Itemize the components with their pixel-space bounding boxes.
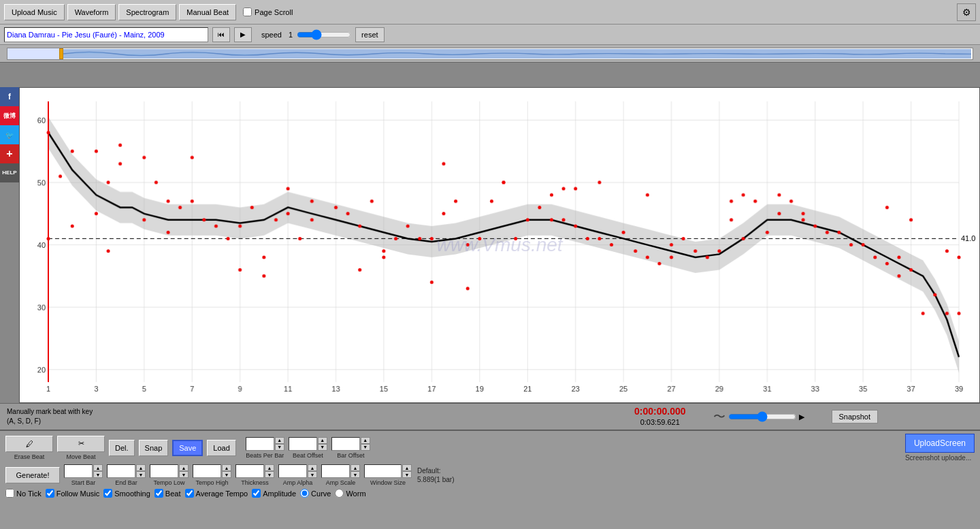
manual-beat-button[interactable]: Manual Beat <box>179 4 236 20</box>
smoothing-checkbox-label[interactable]: Smoothing <box>103 489 150 498</box>
settings-button[interactable]: ⚙ <box>957 3 976 21</box>
tempo-low-arrows[interactable]: ▲ ▼ <box>179 464 189 478</box>
play-button[interactable]: ▶ <box>234 27 252 42</box>
amp-scale-input[interactable]: 2 <box>321 464 350 478</box>
facebook-button[interactable]: f <box>0 87 19 106</box>
wave-control: 〜 ▶ <box>713 408 804 425</box>
del-button[interactable]: Del. <box>109 440 135 456</box>
average-tempo-checkbox-label[interactable]: Average Tempo <box>185 489 248 498</box>
twitter-button[interactable]: 🐦 <box>0 125 19 144</box>
tempo-low-down[interactable]: ▼ <box>179 471 189 478</box>
beat-offset-arrows[interactable]: ▲ ▼ <box>318 437 327 451</box>
amp-alpha-input[interactable]: 20 <box>278 464 307 478</box>
upload-music-button[interactable]: Upload Music <box>4 4 65 20</box>
end-bar-down[interactable]: ▼ <box>136 471 146 478</box>
end-bar-up[interactable]: ▲ <box>136 464 146 471</box>
snapshot-button[interactable]: Snapshot <box>832 410 878 423</box>
window-size-input[interactable]: 5.8887 <box>364 464 402 478</box>
amp-alpha-up[interactable]: ▲ <box>308 464 317 471</box>
reset-button[interactable]: reset <box>355 27 384 42</box>
tempo-low-up[interactable]: ▲ <box>179 464 189 471</box>
no-tick-checkbox-label[interactable]: No Tick <box>5 489 42 498</box>
average-tempo-checkbox[interactable] <box>185 489 194 498</box>
page-scroll-checkbox[interactable] <box>243 7 252 16</box>
waveform-overview <box>0 45 980 63</box>
waveform-track[interactable] <box>7 48 973 60</box>
bar-offset-up[interactable]: ▲ <box>361 437 370 444</box>
beats-per-bar-down[interactable]: ▼ <box>275 444 284 451</box>
wave-slider[interactable] <box>728 411 796 422</box>
worm-radio[interactable] <box>335 489 344 498</box>
waveform-progress <box>7 48 62 59</box>
beats-per-bar-arrows[interactable]: ▲ ▼ <box>275 437 284 451</box>
file-name-input[interactable] <box>4 27 208 42</box>
amp-scale-up[interactable]: ▲ <box>350 464 360 471</box>
speed-slider[interactable] <box>297 29 351 40</box>
amplitude-checkbox[interactable] <box>252 489 261 498</box>
end-bar-input[interactable]: 39 <box>107 464 135 478</box>
waveform-button[interactable]: Waveform <box>67 4 116 20</box>
start-bar-up[interactable]: ▲ <box>93 464 103 471</box>
smoothing-checkbox[interactable] <box>103 489 112 498</box>
amp-scale-arrows[interactable]: ▲ ▼ <box>350 464 360 478</box>
tempo-high-label: Tempo High <box>195 479 228 486</box>
erase-beat-button[interactable]: 🖊 <box>5 436 53 452</box>
amp-alpha-arrows[interactable]: ▲ ▼ <box>308 464 317 478</box>
end-bar-arrows[interactable]: ▲ ▼ <box>136 464 146 478</box>
window-size-up[interactable]: ▲ <box>402 464 412 471</box>
window-size-down[interactable]: ▼ <box>402 471 412 478</box>
no-tick-checkbox[interactable] <box>5 489 14 498</box>
beat-offset-up[interactable]: ▲ <box>318 437 327 444</box>
upload-screen-button[interactable]: UploadScreen <box>905 434 975 453</box>
spectrogram-button[interactable]: Spectrogram <box>118 4 176 20</box>
weibo-button[interactable]: 微博 <box>0 106 19 125</box>
amplitude-checkbox-label[interactable]: Amplitude <box>252 489 296 498</box>
tempo-high-input[interactable]: 60 <box>193 464 221 478</box>
tempo-high-up[interactable]: ▲ <box>222 464 231 471</box>
beats-per-bar-up[interactable]: ▲ <box>275 437 284 444</box>
bar-offset-down[interactable]: ▼ <box>361 444 370 451</box>
beat-label: Beat <box>165 490 181 498</box>
curve-radio[interactable] <box>300 489 309 498</box>
start-bar-input[interactable]: 1 <box>64 464 93 478</box>
tempo-high-arrows[interactable]: ▲ ▼ <box>222 464 231 478</box>
tempo-low-input[interactable]: 20 <box>150 464 178 478</box>
follow-music-label: Follow Music <box>56 490 100 498</box>
bar-offset-arrows[interactable]: ▲ ▼ <box>361 437 370 451</box>
beat-offset-down[interactable]: ▼ <box>318 444 327 451</box>
beats-per-bar-input[interactable]: 4 <box>246 437 274 451</box>
rewind-button[interactable]: ⏮ <box>212 27 230 42</box>
instruction-line2: (A, S, D, F) <box>7 417 93 426</box>
wave-end-icon: ▶ <box>799 413 804 421</box>
follow-music-checkbox[interactable] <box>46 489 54 498</box>
amp-scale-down[interactable]: ▼ <box>350 471 360 478</box>
move-beat-button[interactable]: ✂ <box>57 436 105 452</box>
thickness-down[interactable]: ▼ <box>265 471 274 478</box>
worm-radio-label[interactable]: Worm <box>335 489 365 498</box>
amp-alpha-down[interactable]: ▼ <box>308 471 317 478</box>
help-button[interactable]: HELP <box>0 163 19 182</box>
load-button[interactable]: Load <box>207 440 235 456</box>
start-bar-arrows[interactable]: ▲ ▼ <box>93 464 103 478</box>
thickness-up[interactable]: ▲ <box>265 464 274 471</box>
snap-button[interactable]: Snap <box>139 440 169 456</box>
curve-radio-label[interactable]: Curve <box>300 489 331 498</box>
tempo-high-down[interactable]: ▼ <box>222 471 231 478</box>
amp-scale-label: Amp Scale <box>326 479 356 486</box>
status-text: Manually mark beat with key (A, S, D, F) <box>7 407 93 426</box>
thickness-arrows[interactable]: ▲ ▼ <box>265 464 274 478</box>
window-size-arrows[interactable]: ▲ ▼ <box>402 464 412 478</box>
add-button[interactable]: + <box>0 144 19 163</box>
bar-offset-input[interactable]: 0 <box>331 437 360 451</box>
chart-container[interactable]: www.Vmus.net <box>19 87 980 403</box>
generate-button[interactable]: Generate! <box>5 467 60 483</box>
thickness-input[interactable]: 3 <box>235 464 264 478</box>
follow-music-checkbox-label[interactable]: Follow Music <box>46 489 100 498</box>
beat-checkbox[interactable] <box>154 489 163 498</box>
beat-offset-input[interactable]: 0 <box>289 437 317 451</box>
time-main: 0:00:00.000 <box>634 406 686 417</box>
tempo-chart <box>20 88 979 402</box>
save-button[interactable]: Save <box>172 440 203 456</box>
start-bar-down[interactable]: ▼ <box>93 471 103 478</box>
beat-checkbox-label[interactable]: Beat <box>154 489 181 498</box>
